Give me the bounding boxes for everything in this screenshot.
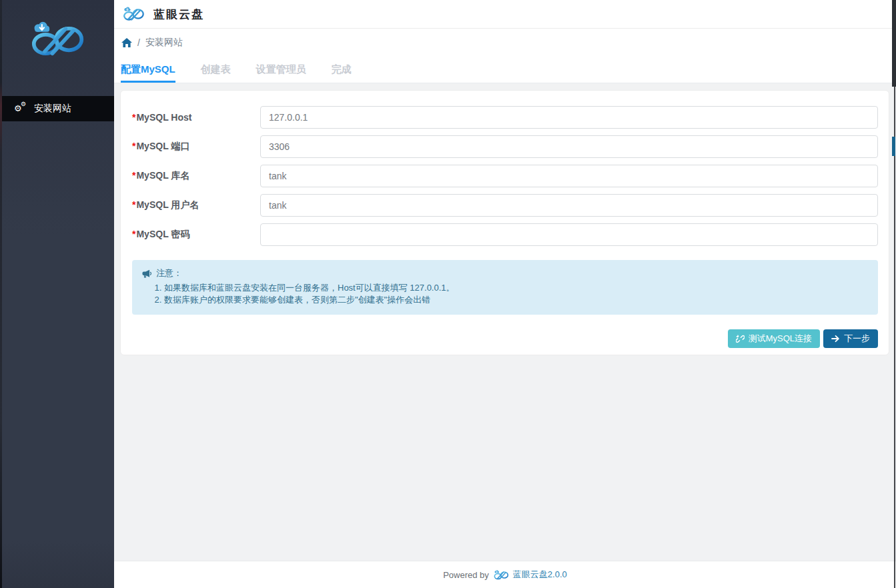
sidebar-edge-decoration: [0, 0, 2, 588]
browser-scrollbar: [891, 0, 896, 588]
tank-infinity-cloud-icon: [29, 21, 85, 57]
actions-row: 测试MySQL连接 下一步: [132, 329, 878, 348]
scrollbar-track-line: [894, 0, 895, 588]
required-mark: *: [132, 199, 135, 210]
form-row-mysql-username: *MySQL 用户名: [132, 194, 878, 217]
test-mysql-connection-button[interactable]: 测试MySQL连接: [728, 329, 820, 348]
app-logo-icon: [122, 7, 145, 21]
next-step-button[interactable]: 下一步: [823, 329, 878, 348]
footer: Powered by 蓝眼云盘2.0.0: [114, 561, 896, 588]
sidebar-item-label: 安装网站: [34, 103, 71, 115]
tab-set-admin[interactable]: 设置管理员: [256, 57, 306, 83]
form-row-mysql-host: *MySQL Host: [132, 106, 878, 129]
required-mark: *: [132, 112, 135, 123]
powered-by-text: Powered by: [443, 570, 489, 580]
required-mark: *: [132, 141, 135, 151]
sidebar-logo: [0, 0, 114, 60]
wizard-tabs: 配置MySQL 创建表 设置管理员 完成: [114, 57, 896, 83]
mysql-schema-label: *MySQL 库名: [132, 170, 260, 182]
next-button-label: 下一步: [844, 333, 870, 345]
tab-create-tables[interactable]: 创建表: [201, 57, 231, 83]
cogs-icon: ⚙⚙: [14, 103, 27, 115]
notice-box: 注意： 如果数据库和蓝眼云盘安装在同一台服务器，Host可以直接填写 127.0…: [132, 260, 878, 315]
mysql-host-input[interactable]: [260, 106, 878, 129]
footer-version-link[interactable]: 蓝眼云盘2.0.0: [513, 569, 567, 581]
header: 蓝眼云盘: [114, 0, 896, 29]
home-icon[interactable]: [121, 38, 132, 47]
scrollbar-dark-segment: [892, 0, 896, 87]
notice-title-row: 注意：: [142, 267, 868, 279]
main-area: 蓝眼云盘 / 安装网站 配置MySQL 创建表 设置管理员 完成 *MySQL …: [114, 0, 896, 588]
mysql-port-label: *MySQL 端口: [132, 141, 260, 153]
mysql-username-label: *MySQL 用户名: [132, 199, 260, 211]
mysql-config-card: *MySQL Host *MySQL 端口 *MySQL 库名: [120, 90, 889, 355]
notice-item: 数据库账户的权限要求要能够创建表，否则第二步"创建表"操作会出错: [164, 294, 868, 306]
form-row-mysql-password: *MySQL 密码: [132, 223, 878, 246]
form-row-mysql-schema: *MySQL 库名: [132, 165, 878, 187]
mysql-password-input[interactable]: [260, 223, 878, 246]
mysql-schema-input[interactable]: [260, 165, 878, 187]
notice-title: 注意：: [156, 267, 182, 279]
mysql-port-input[interactable]: [260, 135, 878, 158]
required-mark: *: [132, 229, 135, 239]
footer-logo-icon: [493, 570, 509, 580]
mysql-password-label: *MySQL 密码: [132, 229, 260, 241]
breadcrumb-current: 安装网站: [145, 37, 183, 49]
unlink-icon: [736, 335, 745, 343]
required-mark: *: [132, 170, 135, 181]
sidebar-item-install-site[interactable]: ⚙⚙ 安装网站: [0, 96, 114, 121]
bullhorn-icon: [142, 269, 152, 278]
breadcrumb: / 安装网站: [114, 29, 896, 57]
content-area: *MySQL Host *MySQL 端口 *MySQL 库名: [114, 83, 896, 561]
sidebar: ⚙⚙ 安装网站: [0, 0, 114, 588]
notice-item: 如果数据库和蓝眼云盘安装在同一台服务器，Host可以直接填写 127.0.0.1…: [164, 282, 868, 294]
scrollbar-thumb[interactable]: [892, 137, 895, 156]
app-title: 蓝眼云盘: [153, 7, 204, 22]
mysql-username-input[interactable]: [260, 194, 878, 217]
test-button-label: 测试MySQL连接: [749, 333, 812, 345]
form-row-mysql-port: *MySQL 端口: [132, 135, 878, 158]
mysql-host-label: *MySQL Host: [132, 112, 260, 123]
tank-install-page: ⚙⚙ 安装网站 蓝眼云盘 / 安装网站 配置MySQL 创建表 设置管理员 完成: [0, 0, 896, 588]
notice-list: 如果数据库和蓝眼云盘安装在同一台服务器，Host可以直接填写 127.0.0.1…: [142, 282, 868, 306]
arrow-right-icon: [831, 335, 840, 343]
sidebar-nav: ⚙⚙ 安装网站: [0, 96, 114, 121]
breadcrumb-separator: /: [137, 37, 140, 48]
tab-finish[interactable]: 完成: [332, 57, 352, 83]
tab-configure-mysql[interactable]: 配置MySQL: [121, 57, 175, 83]
